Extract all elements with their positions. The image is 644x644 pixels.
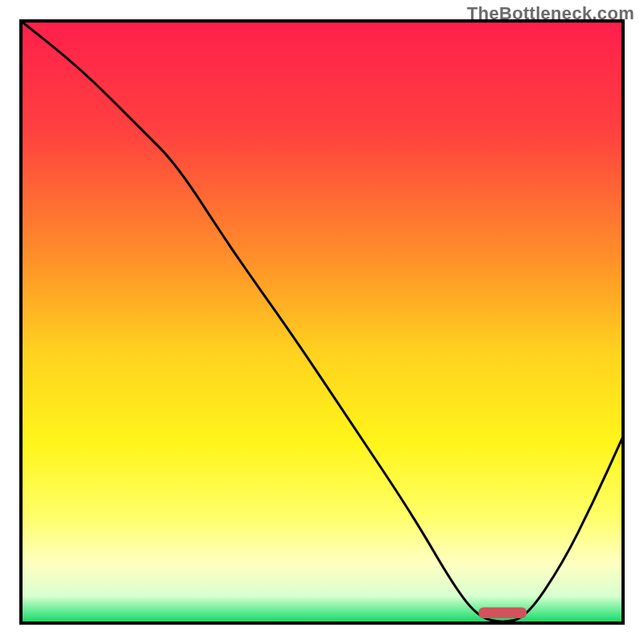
optimal-indicator (478, 608, 526, 618)
watermark-text: TheBottleneck.com (467, 3, 634, 24)
bottleneck-chart (0, 0, 644, 644)
plot-background (21, 21, 623, 623)
chart-container: TheBottleneck.com (0, 0, 644, 644)
